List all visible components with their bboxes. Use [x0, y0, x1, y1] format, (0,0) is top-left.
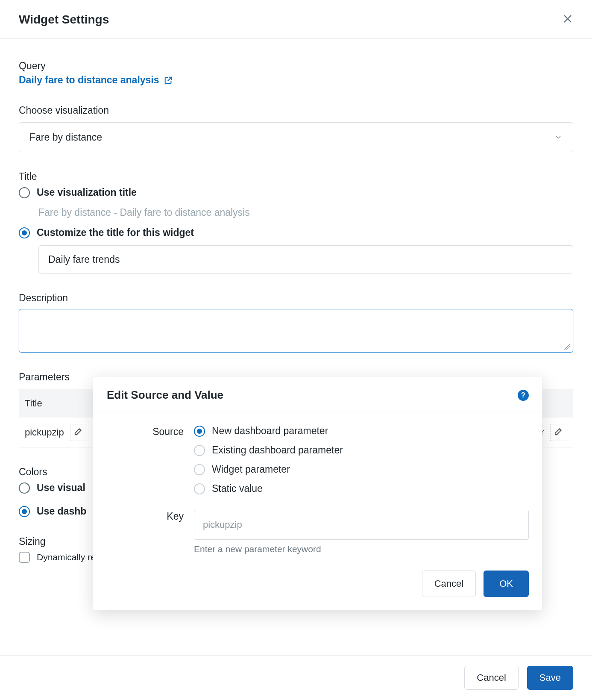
dialog-title: Widget Settings: [19, 13, 109, 26]
edit-parameter-value-button[interactable]: [550, 424, 567, 441]
inner-modal-title: Edit Source and Value: [107, 388, 223, 402]
radio-icon: [19, 187, 30, 198]
radio-label: Existing dashboard parameter: [212, 444, 343, 456]
parameter-title-cell: pickupzip: [25, 427, 64, 438]
radio-source-new-dashboard-parameter[interactable]: New dashboard parameter: [194, 425, 529, 437]
edit-source-value-modal: Edit Source and Value ? Source New dashb…: [93, 376, 542, 610]
radio-icon: [19, 227, 30, 238]
radio-label: Use visual: [37, 482, 85, 494]
inner-modal-footer: Cancel OK: [93, 563, 542, 610]
help-button[interactable]: ?: [518, 390, 529, 401]
parameters-col-title: Title: [25, 398, 42, 409]
save-button[interactable]: Save: [527, 666, 573, 690]
radio-icon: [19, 506, 30, 517]
visualization-selected-value: Fare by distance: [29, 132, 102, 143]
title-label: Title: [19, 171, 573, 182]
inner-ok-button[interactable]: OK: [484, 571, 529, 597]
row-right: r: [541, 424, 567, 441]
radio-use-visualization-title[interactable]: Use visualization title: [19, 187, 573, 198]
checkbox-icon: [19, 552, 30, 563]
custom-title-input[interactable]: [38, 245, 573, 274]
description-section: Description: [19, 292, 573, 353]
cancel-button[interactable]: Cancel: [464, 666, 518, 690]
source-options: New dashboard parameter Existing dashboa…: [194, 425, 529, 494]
query-label: Query: [19, 60, 573, 72]
source-label: Source: [107, 425, 184, 494]
key-field: Enter a new parameter keyword: [194, 510, 529, 554]
external-link-icon: [164, 76, 173, 85]
close-button[interactable]: [562, 14, 573, 25]
radio-label: Use visualization title: [37, 187, 137, 198]
pencil-icon: [74, 426, 83, 438]
pencil-icon: [554, 426, 563, 438]
close-icon: [562, 13, 573, 26]
query-link-text: Daily fare to distance analysis: [19, 74, 159, 86]
title-preview-muted: Fare by distance - Daily fare to distanc…: [38, 207, 573, 218]
dialog-footer: Cancel Save: [0, 655, 592, 700]
radio-label: Static value: [212, 483, 263, 494]
key-label: Key: [107, 510, 184, 554]
radio-icon: [194, 426, 205, 437]
dialog-body: Query Daily fare to distance analysis Ch…: [0, 39, 592, 655]
radio-label: Customize the title for this widget: [37, 227, 194, 238]
radio-icon: [194, 445, 205, 456]
radio-customize-title[interactable]: Customize the title for this widget: [19, 227, 573, 238]
inner-modal-header: Edit Source and Value ?: [93, 376, 542, 412]
chevron-down-icon: [554, 133, 563, 141]
title-section: Title Use visualization title Fare by di…: [19, 171, 573, 274]
radio-label: New dashboard parameter: [212, 425, 328, 437]
visualization-select[interactable]: Fare by distance: [19, 122, 573, 152]
edit-parameter-button[interactable]: [70, 424, 87, 441]
key-row: Key Enter a new parameter keyword: [107, 510, 529, 554]
radio-icon: [194, 464, 205, 475]
radio-icon: [194, 483, 205, 494]
visualization-label: Choose visualization: [19, 105, 573, 116]
key-input[interactable]: [194, 510, 529, 540]
inner-modal-body: Source New dashboard parameter Existing …: [93, 412, 542, 563]
radio-label: Use dashb: [37, 506, 86, 517]
query-section: Query Daily fare to distance analysis: [19, 60, 573, 86]
inner-cancel-button[interactable]: Cancel: [422, 571, 476, 597]
description-textarea[interactable]: [19, 309, 573, 353]
key-helper-text: Enter a new parameter keyword: [194, 544, 529, 554]
widget-settings-dialog: Widget Settings Query Daily fare to dist…: [0, 0, 592, 700]
radio-icon: [19, 482, 30, 494]
description-label: Description: [19, 292, 573, 304]
radio-label: Widget parameter: [212, 464, 290, 475]
visualization-section: Choose visualization Fare by distance: [19, 105, 573, 152]
radio-source-static-value[interactable]: Static value: [194, 483, 529, 494]
query-link[interactable]: Daily fare to distance analysis: [19, 74, 173, 86]
source-row: Source New dashboard parameter Existing …: [107, 425, 529, 494]
question-icon: ?: [521, 391, 525, 400]
radio-source-existing-dashboard-parameter[interactable]: Existing dashboard parameter: [194, 444, 529, 456]
radio-source-widget-parameter[interactable]: Widget parameter: [194, 464, 529, 475]
dialog-header: Widget Settings: [0, 0, 592, 39]
